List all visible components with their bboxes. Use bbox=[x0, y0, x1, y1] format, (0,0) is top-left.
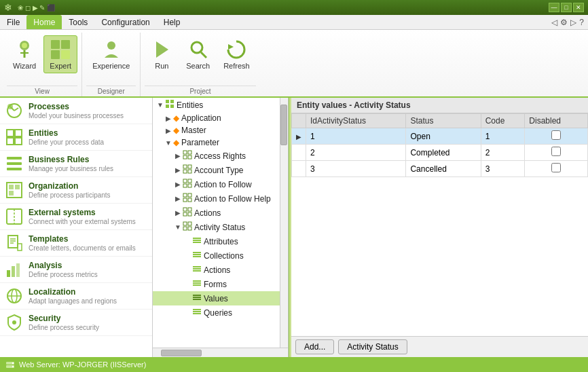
tree-horizontal-scrollbar[interactable] bbox=[153, 348, 288, 357]
close-button[interactable]: ✕ bbox=[573, 3, 584, 12]
sidebar-item-entities[interactable]: Entities Define your process data bbox=[0, 124, 152, 151]
tree-scrollbar-thumb[interactable] bbox=[280, 105, 287, 145]
tree-node-access-rights[interactable]: ▶ Access Rights bbox=[153, 149, 280, 163]
sidebar-item-processes[interactable]: Processes Model your business processes bbox=[0, 98, 152, 124]
title-bar-controls[interactable]: — □ ✕ bbox=[549, 3, 584, 12]
sidebar-item-localization[interactable]: Localization Adapt languages and regions bbox=[0, 283, 152, 310]
tree-node-activity-status[interactable]: ▼ Activity Status bbox=[153, 220, 280, 234]
svg-rect-35 bbox=[7, 270, 10, 277]
help-icon[interactable]: ? bbox=[579, 18, 584, 27]
tree-toggle-application[interactable]: ▶ bbox=[164, 113, 173, 123]
tree-node-values[interactable]: ▶ Values bbox=[153, 291, 280, 305]
tree-toggle-action-to-follow-help[interactable]: ▶ bbox=[173, 194, 183, 204]
activity-status-button[interactable]: Activity Status bbox=[338, 339, 407, 354]
col-code[interactable]: Code bbox=[481, 114, 525, 128]
svg-rect-42 bbox=[166, 100, 169, 103]
sidebar-item-business-rules[interactable]: Business Rules Manage your business rule… bbox=[0, 151, 152, 177]
tree-toggle-entities[interactable]: ▼ bbox=[155, 100, 165, 110]
security-icon bbox=[5, 314, 23, 331]
analysis-text: Analysis Define process metrics bbox=[29, 261, 147, 278]
row2-disabled-checkbox[interactable] bbox=[551, 147, 561, 156]
search-button[interactable]: Search bbox=[180, 35, 216, 73]
sidebar-item-security[interactable]: Security Define process security bbox=[0, 310, 152, 336]
menu-configuration[interactable]: Configuration bbox=[94, 15, 156, 29]
tree-node-entities-root[interactable]: ▼ Entities bbox=[153, 98, 280, 112]
tree-node-forms[interactable]: ▶ Forms bbox=[153, 277, 280, 291]
tree-node-application[interactable]: ▶ ◆ Application bbox=[153, 112, 280, 124]
tree-node-action-to-follow[interactable]: ▶ Action to Follow bbox=[153, 177, 280, 191]
analysis-title: Analysis bbox=[29, 261, 147, 270]
tree-label-master: Master bbox=[181, 126, 206, 135]
expert-button[interactable]: Expert bbox=[43, 35, 77, 73]
tree-toggle-account-type[interactable]: ▶ bbox=[173, 166, 183, 175]
row2-disabled[interactable] bbox=[525, 145, 588, 161]
sidebar-item-external-systems[interactable]: External systems Connect with your exter… bbox=[0, 204, 152, 230]
minimize-button[interactable]: — bbox=[549, 3, 559, 12]
add-button[interactable]: Add... bbox=[295, 339, 334, 354]
row-selected-icon: ▶ bbox=[296, 133, 301, 141]
wizard-button[interactable]: Wizard bbox=[7, 35, 42, 73]
sidebar-item-organization[interactable]: Organization Define process participants bbox=[0, 177, 152, 204]
svg-rect-65 bbox=[188, 212, 191, 216]
row1-disabled-checkbox[interactable] bbox=[551, 130, 561, 140]
table-row[interactable]: 2 Completed 2 bbox=[292, 145, 588, 161]
svg-rect-44 bbox=[166, 105, 169, 108]
tree-node-action-to-follow-help[interactable]: ▶ Action to Follow Help bbox=[153, 191, 280, 206]
tree-label-action-to-follow: Action to Follow bbox=[194, 180, 252, 189]
col-status[interactable]: Status bbox=[406, 114, 481, 128]
sidebar-item-analysis[interactable]: Analysis Define process metrics bbox=[0, 257, 152, 283]
tree-node-attributes[interactable]: ▶ Attributes bbox=[153, 234, 280, 248]
refresh-button[interactable]: Refresh bbox=[217, 35, 256, 73]
menu-file[interactable]: File bbox=[0, 15, 26, 29]
tree-toggle-parameter[interactable]: ▼ bbox=[164, 138, 173, 147]
tree-node-queries[interactable]: ▶ Queries bbox=[153, 305, 280, 320]
tree-node-actions[interactable]: ▶ Actions bbox=[153, 206, 280, 220]
run-button[interactable]: Run bbox=[145, 35, 179, 73]
entities-icon bbox=[5, 128, 23, 146]
maximize-button[interactable]: □ bbox=[561, 3, 572, 12]
settings-icon[interactable]: ⚙ bbox=[560, 18, 568, 27]
menu-tools[interactable]: Tools bbox=[62, 15, 94, 29]
svg-rect-36 bbox=[12, 266, 15, 277]
svg-rect-22 bbox=[7, 162, 22, 165]
status-bar: Web Server: WP-JORGER (IISServer) bbox=[0, 357, 588, 372]
tree-node-master[interactable]: ▶ ◆ Master bbox=[153, 124, 280, 136]
tree-toggle-access-rights[interactable]: ▶ bbox=[173, 151, 183, 161]
tree-toggle-activity-status[interactable]: ▼ bbox=[173, 223, 183, 232]
sidebar-item-templates[interactable]: Templates Create letters, documents or e… bbox=[0, 230, 152, 257]
experience-button[interactable]: Experience bbox=[86, 35, 136, 73]
sidebar: Processes Model your business processes … bbox=[0, 98, 153, 357]
row2-arrow bbox=[292, 145, 306, 161]
data-grid: IdActivityStatus Status Code Disabled ▶ … bbox=[291, 113, 588, 336]
tree-node-account-type[interactable]: ▶ Account Type bbox=[153, 163, 280, 177]
tree-toggle-action-to-follow[interactable]: ▶ bbox=[173, 180, 183, 189]
nav-back-icon[interactable]: ◁ bbox=[551, 18, 557, 27]
menu-help[interactable]: Help bbox=[157, 15, 187, 29]
tree-toggle-actions[interactable]: ▶ bbox=[173, 208, 183, 218]
svg-rect-82 bbox=[193, 295, 201, 296]
row3-disabled[interactable] bbox=[525, 161, 588, 177]
table-row[interactable]: 3 Cancelled 3 bbox=[292, 161, 588, 177]
svg-rect-62 bbox=[183, 208, 187, 211]
tree-node-actions2[interactable]: ▶ Actions bbox=[153, 263, 280, 277]
col-id[interactable]: IdActivityStatus bbox=[306, 114, 406, 128]
tree-icon-forms bbox=[192, 278, 202, 290]
tree-node-collections[interactable]: ▶ Collections bbox=[153, 248, 280, 263]
tree-node-parameter[interactable]: ▼ ◆ Parameter bbox=[153, 136, 280, 149]
menu-bar: File Home Tools Configuration Help ◁ ⚙ ▷… bbox=[0, 15, 588, 30]
row1-disabled[interactable] bbox=[525, 128, 588, 145]
tree-scrollbar-h-thumb[interactable] bbox=[161, 350, 202, 356]
col-disabled[interactable]: Disabled bbox=[525, 114, 588, 128]
tree-toggle-master[interactable]: ▶ bbox=[164, 126, 173, 135]
tree-scroll[interactable]: ▼ Entities ▶ ◆ Application ▶ bbox=[153, 98, 280, 348]
svg-rect-69 bbox=[188, 227, 191, 230]
table-row[interactable]: ▶ 1 Open 1 bbox=[292, 128, 588, 145]
menu-home[interactable]: Home bbox=[26, 15, 62, 29]
tree-vertical-scrollbar[interactable] bbox=[280, 98, 288, 348]
svg-rect-85 bbox=[193, 309, 201, 310]
expert-icon bbox=[50, 39, 71, 60]
security-desc: Define process security bbox=[29, 324, 147, 331]
external-systems-text: External systems Connect with your exter… bbox=[29, 208, 147, 225]
nav-forward-icon[interactable]: ▷ bbox=[570, 18, 576, 27]
row3-disabled-checkbox[interactable] bbox=[551, 163, 561, 172]
